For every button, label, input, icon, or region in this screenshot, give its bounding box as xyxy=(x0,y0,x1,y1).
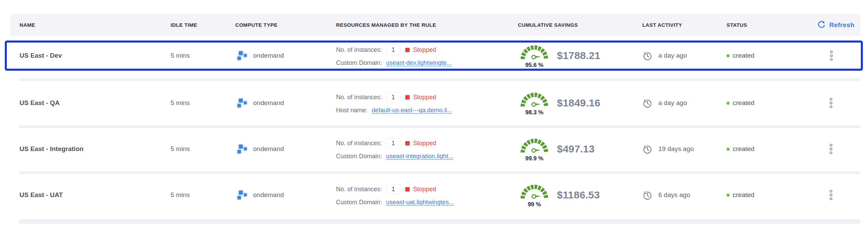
compute-blocks-icon xyxy=(235,143,248,155)
history-clock-icon xyxy=(642,144,652,154)
last-activity-value: a day ago xyxy=(658,99,687,107)
instances-label: No. of instances: xyxy=(336,46,382,54)
gauge-arc-icon xyxy=(519,182,550,201)
column-header-name: NAME xyxy=(20,22,171,28)
savings-gauge: 95.6 % xyxy=(518,43,551,69)
resource-label: Custom Domain: xyxy=(336,59,382,67)
savings-percent: 98.3 % xyxy=(525,109,544,116)
table-row-us-east-integration[interactable]: US East - Integration 5 mins ondemand No… xyxy=(10,128,860,170)
savings-amount: $497.13 xyxy=(557,143,595,155)
status-value: created xyxy=(733,99,754,107)
idle-time-value: 5 mins xyxy=(171,99,235,107)
resource-label: Custom Domain: xyxy=(336,199,382,206)
status-value: created xyxy=(733,145,754,153)
instances-count-badge: 1 xyxy=(386,184,400,195)
savings-amount: $1849.16 xyxy=(557,97,600,109)
gauge-arc-icon xyxy=(519,43,550,61)
status-dot xyxy=(727,54,730,57)
status-dot xyxy=(727,102,730,105)
refresh-icon xyxy=(817,21,826,29)
resource-hostname-link[interactable]: default-us-east---qa.demo.li... xyxy=(372,107,452,114)
table-header: NAME IDLE TIME COMPUTE TYPE RESOURCES MA… xyxy=(10,14,860,36)
gauge-arc-icon xyxy=(519,136,550,155)
savings-percent: 99 % xyxy=(528,201,541,208)
savings-gauge: 98.3 % xyxy=(518,90,551,116)
stopped-square-icon xyxy=(405,187,410,192)
savings-amount: $1186.53 xyxy=(557,189,600,201)
instances-label: No. of instances: xyxy=(336,140,382,147)
idle-time-value: 5 mins xyxy=(171,145,235,153)
refresh-label: Refresh xyxy=(829,21,855,29)
compute-blocks-icon xyxy=(235,189,248,201)
savings-percent: 99.9 % xyxy=(525,155,544,162)
column-header-status: STATUS xyxy=(727,22,817,28)
row-separator xyxy=(10,36,860,41)
instance-state: Stopped xyxy=(413,94,436,101)
kebab-menu-icon[interactable] xyxy=(829,97,833,108)
resource-domain-link[interactable]: useast-uat.lightwingtes... xyxy=(386,199,454,206)
savings-gauge: 99.9 % xyxy=(518,136,551,162)
instances-count-badge: 1 xyxy=(386,45,400,55)
stopped-square-icon xyxy=(405,141,410,146)
status-value: created xyxy=(733,52,754,59)
history-clock-icon xyxy=(642,98,652,108)
row-separator xyxy=(10,71,860,82)
instances-count-badge: 1 xyxy=(386,92,400,103)
compute-blocks-icon xyxy=(235,97,248,109)
last-activity-value: 6 days ago xyxy=(658,191,690,199)
resource-label: Custom Domain: xyxy=(336,153,382,160)
status-dot xyxy=(727,194,730,197)
kebab-menu-icon[interactable] xyxy=(829,189,833,200)
row-separator xyxy=(10,124,860,128)
compute-blocks-icon xyxy=(235,50,248,62)
savings-amount: $1788.21 xyxy=(557,50,600,61)
savings-gauge: 99 % xyxy=(518,182,551,208)
rule-name: US East - QA xyxy=(20,99,171,107)
last-activity-value: a day ago xyxy=(658,52,687,59)
row-separator xyxy=(10,170,860,174)
table-row-us-east-qa[interactable]: US East - QA 5 mins ondemand No. of inst… xyxy=(10,82,860,124)
idle-time-value: 5 mins xyxy=(171,191,235,199)
rule-name: US East - UAT xyxy=(20,191,171,199)
compute-type-value: ondemand xyxy=(253,145,284,153)
last-activity-value: 19 days ago xyxy=(658,145,694,153)
stopped-square-icon xyxy=(405,95,410,100)
table-row-us-east-dev[interactable]: US East - Dev 5 mins ondemand No. of ins… xyxy=(5,41,863,71)
kebab-menu-icon[interactable] xyxy=(829,50,833,61)
refresh-button[interactable]: Refresh xyxy=(817,21,855,29)
compute-type-value: ondemand xyxy=(253,191,284,199)
stopped-square-icon xyxy=(405,48,410,52)
history-clock-icon xyxy=(642,51,652,61)
status-dot xyxy=(727,148,730,151)
instances-label: No. of instances: xyxy=(336,94,382,101)
rule-name: US East - Dev xyxy=(20,52,171,59)
status-value: created xyxy=(733,191,754,199)
resource-label: Host name: xyxy=(336,107,368,114)
row-separator xyxy=(10,216,860,230)
instance-state: Stopped xyxy=(413,186,436,193)
rules-table: NAME IDLE TIME COMPUTE TYPE RESOURCES MA… xyxy=(10,14,860,230)
column-header-last-activity: LAST ACTIVITY xyxy=(642,22,727,28)
column-header-compute-type: COMPUTE TYPE xyxy=(235,22,336,28)
table-row-us-east-uat[interactable]: US East - UAT 5 mins ondemand No. of ins… xyxy=(10,174,860,216)
resource-domain-link[interactable]: useast-integration.light... xyxy=(386,153,453,160)
column-header-cumulative-savings: CUMULATIVE SAVINGS xyxy=(518,22,642,28)
instances-count-badge: 1 xyxy=(386,138,400,149)
column-header-resources: RESOURCES MANAGED BY THE RULE xyxy=(336,22,518,28)
instance-state: Stopped xyxy=(413,140,436,147)
rule-name: US East - Integration xyxy=(20,145,171,153)
instance-state: Stopped xyxy=(413,46,436,54)
kebab-menu-icon[interactable] xyxy=(829,143,833,154)
gauge-arc-icon xyxy=(519,90,550,109)
instances-label: No. of instances: xyxy=(336,186,382,193)
resource-domain-link[interactable]: useast-dev.lightwingte... xyxy=(386,59,452,67)
column-header-idle-time: IDLE TIME xyxy=(171,22,235,28)
savings-percent: 95.6 % xyxy=(525,62,544,69)
compute-type-value: ondemand xyxy=(253,99,284,107)
history-clock-icon xyxy=(642,190,652,200)
compute-type-value: ondemand xyxy=(253,52,284,59)
idle-time-value: 5 mins xyxy=(171,52,235,59)
